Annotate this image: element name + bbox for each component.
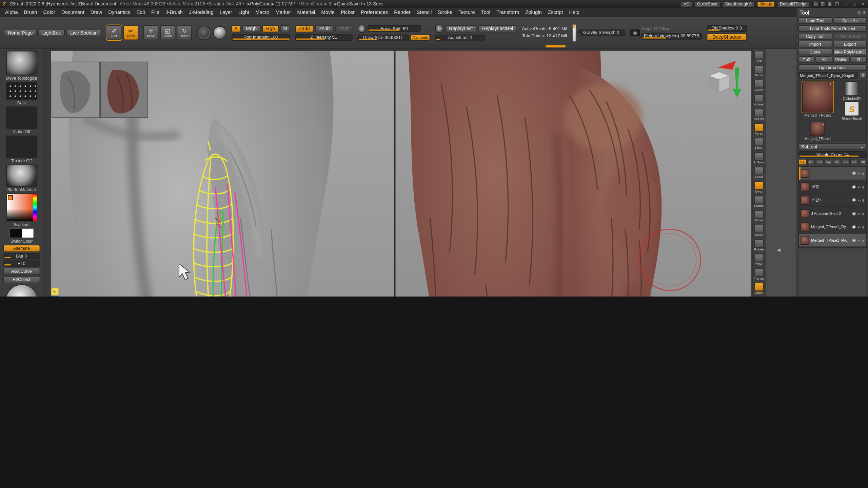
tray-item[interactable]: Alternate bbox=[0, 245, 43, 252]
rotate-button[interactable]: ↻Rotate bbox=[177, 25, 192, 40]
tool-panel-button[interactable]: Make PolyMesh3D bbox=[833, 48, 867, 55]
bulb-icon[interactable]: ☀ bbox=[51, 287, 59, 296]
tool-panel-button[interactable]: Copy Tool bbox=[798, 33, 832, 40]
right-shelf-button[interactable]: Persp bbox=[754, 123, 764, 136]
menu-item[interactable]: Zplugin bbox=[525, 9, 542, 15]
scale-button[interactable]: ◱Scale bbox=[160, 25, 175, 40]
z-intensity-slider[interactable]: Z Intensity 51 bbox=[295, 34, 352, 41]
eye-icon[interactable]: ◉ bbox=[852, 224, 856, 229]
menu-item[interactable]: Preferences bbox=[361, 9, 388, 15]
shelf-scrollbar[interactable] bbox=[546, 45, 566, 47]
right-shelf-button[interactable]: BPR bbox=[754, 51, 764, 63]
subtool-version-tab[interactable]: V3 bbox=[815, 159, 824, 165]
panel-circle-icon[interactable]: ◎ bbox=[857, 10, 861, 15]
tool-panel-button[interactable]: Load Tool bbox=[798, 17, 832, 24]
right-shelf-button[interactable]: Scale bbox=[754, 225, 764, 237]
titlebar-button[interactable]: QuickSave bbox=[694, 1, 720, 7]
window-layout-icon[interactable]: ◫ bbox=[833, 1, 840, 6]
menu-item[interactable]: Dynamics bbox=[108, 9, 130, 15]
angle-of-view-label[interactable]: Angle Of View bbox=[641, 26, 702, 31]
lightbox-button[interactable]: LightBox bbox=[38, 29, 64, 36]
tool-panel-button[interactable]: GoZ bbox=[798, 56, 814, 63]
tool-inventory-item[interactable]: Cylinder3D bbox=[837, 81, 867, 100]
eye-icon[interactable]: ◉ bbox=[852, 171, 856, 176]
titlebar-button[interactable]: Menus bbox=[757, 1, 775, 7]
tray-item[interactable]: Alpha Off bbox=[0, 106, 43, 134]
right-shelf-button[interactable]: Zoom bbox=[754, 80, 764, 92]
right-shelf-button[interactable]: AAHalf bbox=[754, 109, 764, 121]
home-page-button[interactable]: Home Page bbox=[4, 29, 37, 36]
menu-item[interactable]: Brush bbox=[24, 9, 37, 15]
material-preview[interactable] bbox=[213, 26, 226, 39]
subtool-row[interactable]: Merged_TPose1_Ryan_Kingslie ◉ ●◐▮ bbox=[799, 220, 866, 233]
titlebar-button[interactable]: AC bbox=[681, 1, 692, 7]
right-shelf-button[interactable]: Rotate bbox=[754, 239, 764, 251]
tray-item[interactable]: Move Topologica bbox=[0, 51, 43, 81]
subtool-version-tab[interactable]: V4 bbox=[824, 159, 832, 165]
dynamic-toggle[interactable]: Dynamic bbox=[410, 35, 430, 41]
window-layout-icon[interactable]: ▤ bbox=[812, 1, 819, 6]
zsub-button[interactable]: Zsub bbox=[315, 25, 334, 32]
menu-item[interactable]: Draw bbox=[91, 9, 102, 15]
tool-panel-button[interactable]: Paste Tool bbox=[833, 33, 867, 40]
titlebar-button[interactable]: See-through 0 bbox=[723, 1, 755, 7]
menu-item[interactable]: Light bbox=[238, 9, 249, 15]
tool-inventory-item[interactable]: 5 Merged_TPose1 bbox=[800, 81, 835, 120]
menu-item[interactable]: Transform bbox=[496, 9, 519, 15]
right-shelf-button[interactable]: PolyF bbox=[754, 254, 764, 266]
draw-button[interactable]: ✏Draw bbox=[123, 25, 138, 40]
menu-item[interactable]: J-Brush bbox=[165, 9, 183, 15]
menu-item[interactable]: Material bbox=[297, 9, 315, 15]
subtool-version-tab[interactable]: V2 bbox=[807, 159, 815, 165]
eye-icon[interactable]: ◉ bbox=[852, 198, 856, 203]
menu-item[interactable]: Zscript bbox=[548, 9, 563, 15]
rgb-intensity-slider[interactable]: Rgb Intensity 100 bbox=[232, 34, 290, 41]
subtool-row[interactable]: ◉ ●◐▮ bbox=[799, 167, 866, 180]
visible-count-slider[interactable]: Visible Count 14 bbox=[798, 151, 867, 158]
menu-item[interactable]: Movie bbox=[321, 9, 335, 15]
right-shelf-button[interactable]: Ghost bbox=[754, 283, 764, 295]
tool-panel-header[interactable]: Tool ◎ ⇕ bbox=[798, 9, 867, 16]
menu-item[interactable]: Alpha bbox=[5, 9, 18, 15]
tray-item[interactable]: FillObject bbox=[0, 276, 43, 283]
current-tool-r-button[interactable]: R bbox=[859, 72, 867, 79]
right-shelf-button[interactable]: L.Sym bbox=[754, 152, 764, 164]
tray-item[interactable]: Gradient bbox=[0, 194, 43, 227]
eye-icon[interactable]: ◉ bbox=[852, 184, 856, 189]
gravity-strength-slider[interactable]: Gravity Strength 0 bbox=[578, 29, 625, 36]
tray-item[interactable]: BasicMaterial bbox=[0, 284, 43, 297]
replay-last-rel-button[interactable]: ReplayLastRel bbox=[478, 25, 517, 32]
brush-preview[interactable] bbox=[197, 25, 212, 40]
menu-item[interactable]: Texture bbox=[458, 9, 475, 15]
right-shelf-button[interactable]: Qxyz bbox=[754, 181, 764, 194]
adjust-last-slider[interactable]: AdjustLast 1 bbox=[435, 34, 485, 41]
subtool-row[interactable]: 16팔 ◉ ●◐▮ bbox=[799, 180, 866, 194]
subtool-section-header[interactable]: Subtool⌄ bbox=[798, 143, 867, 150]
tray-item[interactable]: Texture Off bbox=[0, 136, 43, 163]
subtool-row[interactable]: Merged_TPose1_Ryan_Kingslie ◉ ●◐▮ bbox=[799, 234, 866, 247]
move-button[interactable]: ✛Move bbox=[143, 25, 158, 40]
tray-item[interactable]: AccuCurve bbox=[0, 268, 43, 275]
close-button[interactable]: × bbox=[860, 1, 865, 6]
menu-item[interactable]: Help bbox=[569, 9, 579, 15]
focal-shift-slider[interactable]: Focal Shift 59 bbox=[368, 25, 421, 32]
tool-panel-button[interactable]: All bbox=[816, 56, 832, 63]
zcut-button[interactable]: Zcut bbox=[335, 25, 352, 32]
subtool-version-tab[interactable]: V5 bbox=[833, 159, 841, 165]
subtool-version-tab[interactable]: V6 bbox=[842, 159, 850, 165]
gravity-direction-widget[interactable] bbox=[572, 24, 576, 42]
tool-panel-button[interactable]: Save As bbox=[833, 17, 867, 24]
mode-m-button[interactable]: M bbox=[280, 25, 290, 32]
document-view[interactable] bbox=[51, 51, 751, 297]
eye-icon[interactable]: ◉ bbox=[852, 211, 856, 216]
mode-rgb-button[interactable]: Rgb bbox=[262, 25, 279, 32]
subtool-row[interactable]: 15팔1 ◉ ●◐▮ bbox=[799, 194, 866, 207]
right-shelf-button[interactable]: Frame bbox=[754, 196, 764, 208]
mode-mrgb-button[interactable]: Mrgb bbox=[242, 25, 261, 32]
tray-item[interactable]: Rf 0 bbox=[0, 261, 43, 267]
current-tool-name[interactable]: Merged_TPose1_Ryan_Kingsli bbox=[798, 72, 858, 79]
right-shelf-button[interactable]: Move bbox=[754, 210, 764, 222]
eye-icon[interactable]: ◉ bbox=[852, 238, 856, 243]
tray-item[interactable]: StartupMaterial bbox=[0, 164, 43, 192]
tool-inventory-item[interactable]: SimpleBrush bbox=[837, 102, 867, 121]
